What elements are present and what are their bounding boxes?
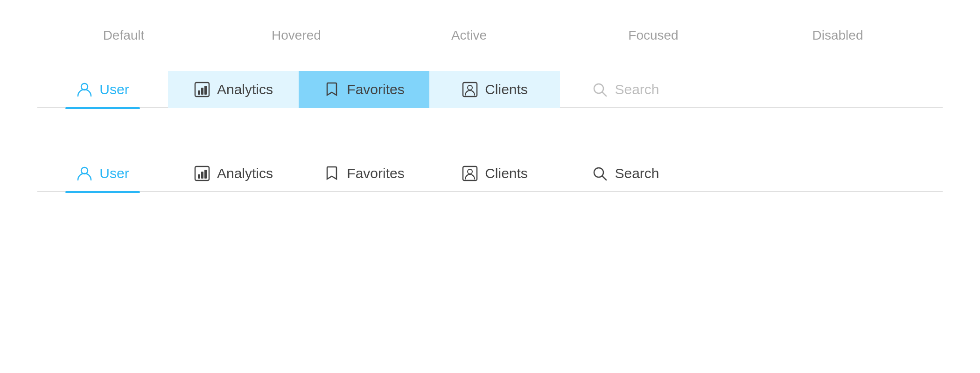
tab-search-label: Search — [615, 82, 659, 97]
svg-line-17 — [602, 176, 606, 180]
svg-rect-3 — [201, 88, 203, 95]
svg-point-15 — [468, 169, 472, 174]
tab-analytics-label-2: Analytics — [217, 166, 273, 181]
favorites-icon-2 — [323, 165, 340, 182]
svg-rect-12 — [201, 172, 203, 179]
tab-bar-row1: User Analytics Favorites — [37, 71, 943, 108]
tab-favorites[interactable]: Favorites — [299, 71, 429, 108]
tab-favorites-label-2: Favorites — [347, 166, 404, 181]
state-label-hovered: Hovered — [210, 28, 383, 43]
tab-analytics-2[interactable]: Analytics — [168, 155, 299, 192]
svg-point-6 — [468, 85, 472, 90]
tab-clients-2[interactable]: Clients — [429, 155, 560, 192]
tab-favorites-label: Favorites — [347, 82, 404, 97]
clients-icon — [462, 81, 478, 98]
favorites-icon — [323, 81, 340, 98]
tab-user-2[interactable]: User — [37, 155, 168, 192]
tab-user-label-2: User — [99, 166, 129, 181]
state-labels-row: Default Hovered Active Focused Disabled — [37, 28, 943, 43]
user-icon — [76, 81, 93, 98]
svg-rect-13 — [204, 170, 207, 179]
state-label-disabled: Disabled — [751, 28, 924, 43]
tab-favorites-2[interactable]: Favorites — [299, 155, 429, 192]
tab-analytics-label: Analytics — [217, 82, 273, 97]
page-container: Default Hovered Active Focused Disabled … — [0, 0, 980, 373]
analytics-icon — [194, 81, 210, 98]
clients-icon-2 — [462, 165, 478, 182]
tab-clients-label-2: Clients — [485, 166, 528, 181]
user-icon-2 — [76, 165, 93, 182]
section-two: User Analytics — [37, 155, 943, 192]
analytics-icon-2 — [194, 165, 210, 182]
svg-rect-11 — [198, 174, 200, 179]
svg-rect-4 — [204, 86, 207, 95]
svg-line-8 — [602, 92, 606, 96]
tab-user-label: User — [99, 82, 129, 97]
tab-search-2[interactable]: Search — [560, 155, 691, 192]
tab-search: Search — [560, 71, 691, 108]
svg-rect-2 — [198, 90, 200, 95]
state-label-active: Active — [383, 28, 555, 43]
tab-bar-row2: User Analytics — [37, 155, 943, 192]
tab-clients[interactable]: Clients — [429, 71, 560, 108]
state-label-focused: Focused — [555, 28, 751, 43]
tab-analytics[interactable]: Analytics — [168, 71, 299, 108]
tab-search-label-2: Search — [615, 166, 659, 181]
search-icon — [591, 81, 608, 98]
tab-clients-label: Clients — [485, 82, 528, 97]
tab-user[interactable]: User — [37, 71, 168, 108]
search-icon-2 — [591, 165, 608, 182]
state-label-default: Default — [37, 28, 210, 43]
